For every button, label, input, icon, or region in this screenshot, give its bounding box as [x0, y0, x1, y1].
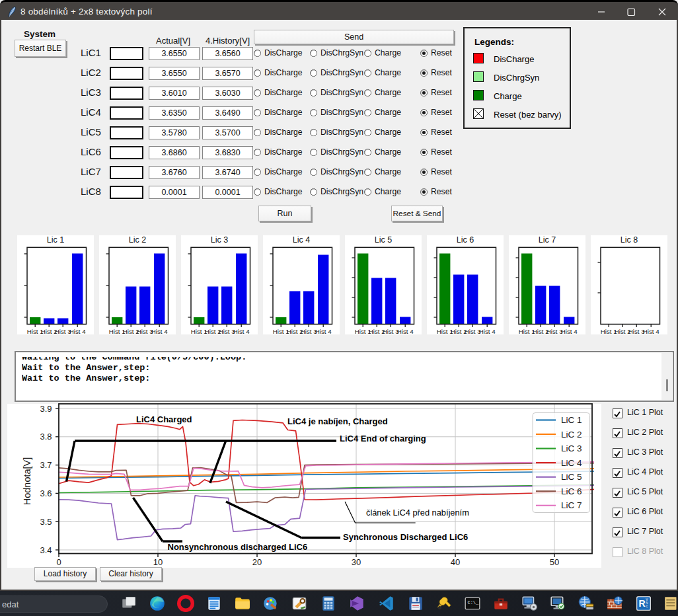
svg-text:Hodnota[V]: Hodnota[V]	[22, 457, 32, 506]
svg-text:LiC 4: LiC 4	[561, 458, 582, 468]
svg-text:3.9: 3.9	[40, 404, 52, 414]
svg-text:Hist 4: Hist 4	[315, 328, 332, 334]
svg-text:LiC 6: LiC 6	[561, 486, 582, 496]
svg-text:článek LiC4 před nabíjením: článek LiC4 před nabíjením	[366, 508, 469, 518]
svg-text:Nonsynchronous discharged LiC6: Nonsynchronous discharged LiC6	[168, 542, 308, 552]
svg-text:3.8: 3.8	[40, 432, 52, 442]
svg-text:Hist 4: Hist 4	[151, 328, 168, 334]
svg-text:LiC 1: LiC 1	[561, 415, 582, 425]
svg-text:C: C	[646, 605, 648, 608]
svg-text:3.5: 3.5	[40, 517, 52, 527]
svg-text:Hist 4: Hist 4	[69, 328, 86, 334]
svg-text:LiC 2: LiC 2	[561, 430, 582, 440]
svg-text:LiC 7: LiC 7	[561, 500, 582, 510]
svg-text:3.7: 3.7	[40, 460, 52, 470]
svg-text:LiC4 Charged: LiC4 Charged	[136, 414, 192, 424]
svg-text:3.4: 3.4	[40, 545, 52, 555]
svg-text:10: 10	[153, 557, 163, 567]
svg-text:Hist 4: Hist 4	[642, 328, 659, 334]
svg-text:Hist 4: Hist 4	[478, 328, 496, 334]
svg-text:3.6: 3.6	[40, 488, 52, 498]
svg-text:LiC 3: LiC 3	[561, 443, 582, 453]
svg-text:Hist 4: Hist 4	[396, 328, 414, 334]
svg-text:LiC4 je nabíjen, Charged: LiC4 je nabíjen, Charged	[287, 416, 388, 426]
svg-text:C:\_: C:\_	[467, 600, 479, 605]
svg-text:LiC 5: LiC 5	[561, 472, 582, 482]
svg-text:0: 0	[56, 557, 61, 567]
svg-text:Synchronous Discharged LiC6: Synchronous Discharged LiC6	[343, 532, 468, 542]
svg-text:R: R	[638, 598, 645, 609]
svg-text:50: 50	[550, 557, 559, 567]
svg-text:LiC4 End of charging: LiC4 End of charging	[340, 434, 426, 443]
svg-text:Hist 4: Hist 4	[560, 328, 578, 334]
svg-text:40: 40	[451, 557, 460, 567]
svg-text:30: 30	[352, 557, 361, 567]
svg-text:20: 20	[252, 557, 262, 567]
svg-text:Hist 4: Hist 4	[233, 328, 250, 334]
